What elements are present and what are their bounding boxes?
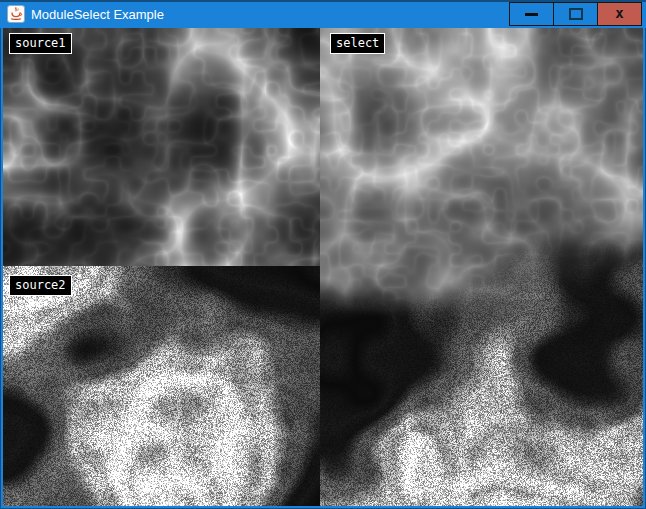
close-icon: x xyxy=(615,6,623,20)
minimize-icon xyxy=(525,13,538,16)
maximize-icon xyxy=(569,8,583,20)
source1-label: source1 xyxy=(9,33,72,54)
window-controls: x xyxy=(510,2,642,26)
java-icon[interactable] xyxy=(7,5,25,23)
maximize-button[interactable] xyxy=(553,2,598,26)
titlebar[interactable]: ModuleSelect Example x xyxy=(0,0,646,28)
source2-label: source2 xyxy=(9,275,72,296)
app-window: ModuleSelect Example x source1 select so… xyxy=(0,0,646,509)
window-title: ModuleSelect Example xyxy=(31,7,164,22)
render-area xyxy=(3,28,643,506)
source2-image xyxy=(3,266,320,506)
minimize-button[interactable] xyxy=(509,2,554,26)
source1-image xyxy=(3,28,320,266)
select-label: select xyxy=(330,33,385,54)
close-button[interactable]: x xyxy=(597,2,642,26)
